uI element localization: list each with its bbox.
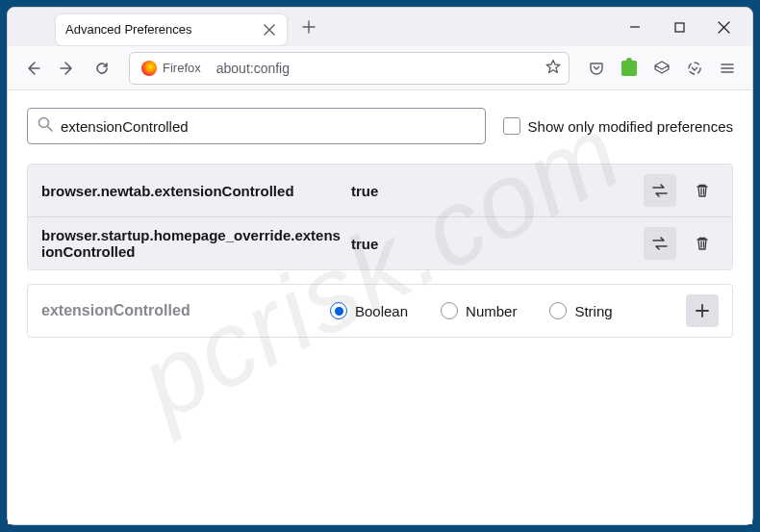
pref-row[interactable]: browser.newtab.extensionControlled true — [28, 165, 732, 217]
radio-label: Boolean — [355, 303, 408, 319]
show-modified-label: Show only modified preferences — [528, 118, 733, 135]
identity-label: Firefox — [163, 61, 201, 75]
minimize-button[interactable] — [614, 12, 656, 42]
maximize-button[interactable] — [658, 12, 700, 42]
firefox-logo-icon — [141, 61, 157, 76]
type-radio-number[interactable]: Number — [441, 302, 517, 319]
forward-button[interactable] — [52, 53, 83, 84]
type-radio-boolean[interactable]: Boolean — [330, 302, 408, 319]
new-tab-button[interactable] — [294, 13, 323, 41]
add-pref-row: extensionControlled Boolean Number Strin… — [27, 284, 733, 338]
svg-rect-0 — [675, 23, 684, 32]
radio-icon[interactable] — [549, 302, 567, 319]
toggle-button[interactable] — [644, 174, 676, 207]
svg-point-1 — [689, 63, 700, 74]
type-radio-string[interactable]: String — [549, 302, 612, 319]
config-search-input[interactable] — [61, 118, 475, 135]
delete-button[interactable] — [686, 174, 719, 207]
app-menu-icon[interactable] — [712, 53, 743, 84]
identity-box[interactable]: Firefox — [138, 59, 209, 78]
config-search-box[interactable] — [27, 108, 486, 144]
toggle-button[interactable] — [644, 227, 676, 260]
bookmark-star-icon[interactable] — [545, 59, 561, 78]
radio-label: Number — [466, 303, 517, 319]
address-bar[interactable]: Firefox about:config — [129, 52, 570, 85]
browser-tab[interactable]: Advanced Preferences — [56, 14, 287, 45]
pref-name: browser.startup.homepage_override.extens… — [41, 227, 342, 260]
close-window-button[interactable] — [702, 12, 745, 42]
downloads-icon[interactable] — [679, 53, 710, 84]
radio-label: String — [574, 303, 612, 319]
titlebar: Advanced Preferences — [8, 8, 752, 46]
show-modified-checkbox-wrap[interactable]: Show only modified preferences — [503, 117, 733, 135]
account-icon[interactable] — [646, 53, 677, 84]
preferences-table: browser.newtab.extensionControlled true … — [27, 164, 733, 270]
pocket-icon[interactable] — [581, 53, 612, 84]
search-icon — [38, 116, 53, 136]
url-text[interactable]: about:config — [216, 61, 538, 76]
reload-button[interactable] — [87, 53, 117, 84]
pref-value: true — [351, 183, 634, 199]
add-pref-name: extensionControlled — [41, 302, 320, 319]
extension-icon[interactable] — [614, 53, 645, 84]
close-tab-icon[interactable] — [262, 22, 277, 38]
pref-row[interactable]: browser.startup.homepage_override.extens… — [28, 217, 732, 269]
nav-toolbar: Firefox about:config — [8, 46, 752, 90]
radio-icon[interactable] — [441, 302, 458, 319]
radio-icon[interactable] — [330, 302, 347, 319]
pref-name: browser.newtab.extensionControlled — [41, 183, 342, 199]
pref-value: true — [351, 236, 634, 252]
delete-button[interactable] — [686, 227, 719, 260]
content-area: Show only modified preferences browser.n… — [8, 90, 752, 524]
checkbox-icon[interactable] — [503, 117, 520, 135]
tab-title: Advanced Preferences — [65, 22, 262, 37]
add-button[interactable] — [686, 294, 719, 327]
back-button[interactable] — [17, 53, 48, 84]
